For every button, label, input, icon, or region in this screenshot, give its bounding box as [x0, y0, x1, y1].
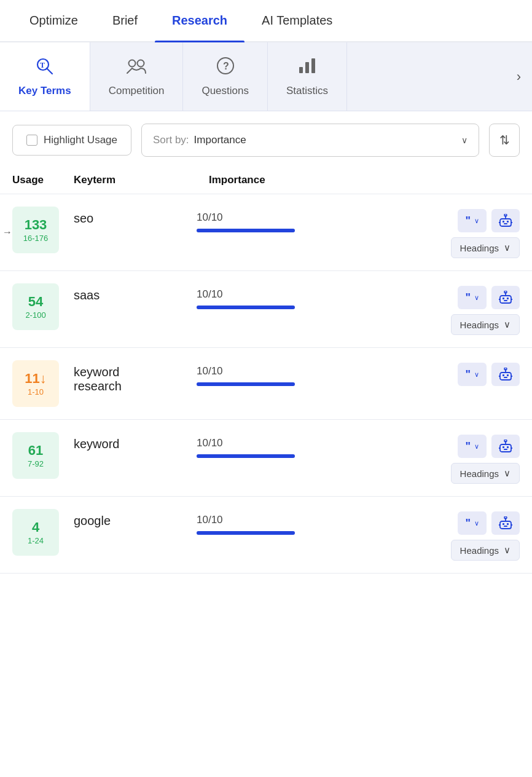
sub-tab-label-key-terms: Key Terms — [18, 85, 71, 97]
svg-rect-28 — [507, 374, 509, 376]
importance-bar-fill-saas — [197, 306, 295, 309]
svg-text:?: ? — [223, 61, 229, 71]
svg-rect-26 — [500, 373, 511, 380]
sub-navigation: T Key Terms Competition ? Questions Stat… — [0, 42, 532, 111]
col-header-keyterm: Keyterm — [74, 174, 209, 186]
usage-range-keyword: 7-92 — [28, 459, 44, 468]
sub-tab-label-competition: Competition — [109, 85, 165, 97]
nav-tab-research[interactable]: Research — [155, 0, 244, 41]
sub-tab-questions[interactable]: ? Questions — [183, 42, 268, 111]
checkbox[interactable] — [26, 135, 37, 146]
headings-button-saas[interactable]: Headings∨ — [451, 314, 520, 335]
sort-value: Importance — [194, 134, 461, 146]
quote-chevron-icon: ∨ — [474, 443, 479, 451]
sub-tab-competition[interactable]: Competition — [90, 42, 184, 111]
quote-button-saas[interactable]: "∨ — [458, 286, 487, 309]
top-navigation: OptimizeBriefResearchAI Templates — [0, 0, 532, 42]
svg-rect-34 — [500, 444, 511, 452]
robot-button-seo[interactable] — [491, 209, 520, 232]
action-col-google: "∨ Headings∨ — [451, 509, 520, 561]
robot-button-keyword[interactable] — [491, 435, 520, 458]
col-header-usage: Usage — [12, 174, 74, 186]
terms-list: 13316-176seo10/10"∨ Headings∨542-100saas… — [0, 194, 532, 574]
usage-count-saas: 54 — [28, 294, 43, 310]
svg-rect-19 — [503, 298, 504, 299]
term-row-saas: 542-100saas10/10"∨ Headings∨ — [0, 271, 532, 348]
importance-bar-bg-keyword — [197, 454, 295, 458]
action-row-google: "∨ — [458, 511, 520, 535]
sub-tab-statistics[interactable]: Statistics — [268, 42, 347, 111]
quote-button-seo[interactable]: "∨ — [458, 209, 487, 232]
usage-count-google: 4 — [32, 519, 39, 535]
quote-icon: " — [465, 368, 471, 381]
term-row-keyword-research: 11↓1-10keywordresearch10/10"∨ — [0, 348, 532, 420]
usage-range-saas: 2-100 — [25, 310, 45, 320]
filter-button[interactable]: ⇅ — [489, 124, 520, 157]
action-row-seo: "∨ — [458, 209, 520, 232]
svg-rect-9 — [311, 58, 315, 73]
quote-chevron-icon: ∨ — [474, 294, 479, 302]
svg-rect-35 — [503, 446, 504, 448]
headings-chevron-icon: ∨ — [504, 545, 510, 556]
action-col-keyword: "∨ Headings∨ — [451, 432, 520, 484]
svg-rect-37 — [504, 449, 507, 450]
key-terms-icon: T — [35, 56, 55, 80]
headings-button-seo[interactable]: Headings∨ — [451, 237, 520, 258]
robot-button-saas[interactable] — [491, 286, 520, 309]
robot-button-keyword-research[interactable] — [491, 363, 520, 386]
importance-score-google: 10/10 — [197, 514, 451, 526]
headings-chevron-icon: ∨ — [504, 468, 510, 479]
action-col-keyword-research: "∨ — [458, 360, 520, 386]
quote-icon: " — [465, 291, 471, 304]
quote-icon: " — [465, 440, 471, 453]
nav-tab-brief[interactable]: Brief — [95, 0, 155, 41]
svg-rect-13 — [504, 223, 507, 224]
headings-button-google[interactable]: Headings∨ — [451, 540, 520, 561]
usage-badge-seo: 13316-176 — [12, 207, 59, 253]
sub-nav-more-button[interactable]: › — [506, 42, 532, 111]
quote-chevron-icon: ∨ — [474, 519, 479, 527]
importance-bar-fill-google — [197, 531, 295, 535]
robot-icon — [499, 440, 512, 453]
usage-range-keyword-research: 1-10 — [28, 387, 44, 396]
importance-bar-bg-saas — [197, 306, 295, 309]
highlight-usage-checkbox[interactable]: Highlight Usage — [12, 125, 131, 156]
svg-rect-20 — [507, 298, 509, 299]
usage-badge-keyword-research: 11↓1-10 — [12, 360, 59, 407]
svg-rect-43 — [503, 523, 504, 525]
svg-rect-44 — [507, 523, 509, 525]
action-col-seo: "∨ Headings∨ — [451, 207, 520, 258]
importance-col-saas: 10/10 — [197, 283, 451, 309]
svg-rect-29 — [504, 377, 507, 378]
robot-icon — [499, 291, 512, 304]
importance-bar-bg-keyword-research — [197, 382, 295, 386]
quote-button-google[interactable]: "∨ — [458, 511, 487, 535]
sort-chevron-icon: ∨ — [461, 135, 467, 145]
importance-bar-fill-keyword-research — [197, 382, 295, 386]
svg-rect-36 — [507, 446, 509, 448]
statistics-icon — [297, 56, 317, 80]
nav-tab-optimize[interactable]: Optimize — [12, 0, 95, 41]
importance-score-seo: 10/10 — [197, 211, 451, 224]
headings-label: Headings — [460, 468, 499, 479]
sub-tab-key-terms[interactable]: T Key Terms — [0, 42, 90, 111]
quote-button-keyword-research[interactable]: "∨ — [458, 363, 487, 386]
term-row-keyword: 617-92keyword10/10"∨ Headings∨ — [0, 420, 532, 497]
svg-rect-21 — [504, 300, 507, 301]
usage-count-seo: 133 — [25, 217, 47, 233]
quote-button-keyword[interactable]: "∨ — [458, 435, 487, 458]
importance-col-google: 10/10 — [197, 509, 451, 535]
nav-tab-ai-templates[interactable]: AI Templates — [244, 0, 350, 41]
headings-button-keyword[interactable]: Headings∨ — [451, 463, 520, 484]
col-header-importance: Importance — [209, 174, 520, 186]
usage-count-keyword: 61 — [28, 443, 43, 459]
svg-rect-7 — [299, 67, 303, 73]
controls-row: Highlight Usage Sort by: Importance ∨ ⇅ — [0, 111, 532, 169]
keyterm-keyword: keyword — [74, 432, 197, 451]
usage-range-seo: 16-176 — [23, 234, 48, 243]
usage-badge-saas: 542-100 — [12, 283, 59, 330]
sort-control[interactable]: Sort by: Importance ∨ — [141, 124, 479, 157]
svg-rect-8 — [305, 62, 309, 73]
robot-button-google[interactable] — [491, 511, 520, 535]
importance-bar-fill-seo — [197, 229, 295, 232]
